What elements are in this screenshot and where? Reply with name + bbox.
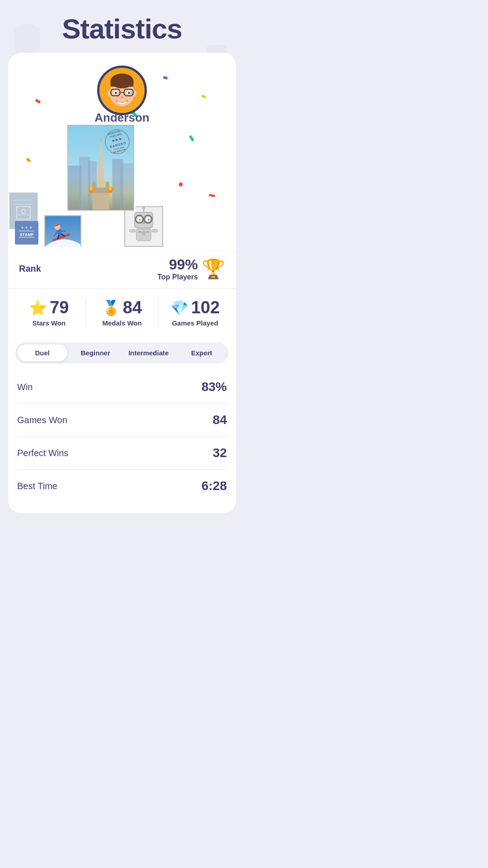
tab-expert[interactable]: Expert: [177, 344, 227, 361]
stats-card: Anderson ★★★: [8, 53, 236, 513]
stat-row-games-won: Games Won 84: [17, 404, 227, 437]
medals-label: Medals Won: [102, 319, 141, 327]
page-title: Statistics: [0, 0, 244, 53]
medals-count: 84: [123, 298, 142, 317]
top-players-text: 99% Top Players: [157, 256, 198, 281]
blue-ticket-stamp: ★ ★ ★ STAMP: [15, 221, 38, 245]
stat-key-best-time: Best Time: [17, 481, 57, 491]
games-icon: 💎: [170, 299, 188, 316]
stats-table: Win 83% Games Won 84 Perfect Wins 32 Bes…: [8, 371, 236, 513]
stat-key-games-won: Games Won: [17, 415, 67, 425]
stats-row: ⭐ 79 Stars Won 🏅 84 Medals Won 💎 102 Gam…: [8, 288, 236, 336]
stat-medals: 🏅 84 Medals Won: [86, 298, 159, 327]
svg-point-65: [142, 207, 145, 210]
avatar-wrapper: [8, 53, 236, 115]
player-name-wrapper: Anderson: [8, 111, 236, 125]
tab-beginner[interactable]: Beginner: [71, 344, 121, 361]
tab-duel[interactable]: Duel: [18, 344, 67, 361]
svg-point-45: [92, 181, 96, 185]
stat-medals-top: 🏅 84: [102, 298, 142, 317]
rank-label: Rank: [19, 264, 41, 274]
robot-stamp: [123, 206, 164, 247]
svg-rect-68: [138, 231, 142, 232]
svg-point-20: [128, 92, 130, 94]
svg-point-19: [115, 92, 117, 94]
stamps-area: ★★★: [8, 125, 236, 247]
tabs-section: Duel Beginner Intermediate Expert: [8, 336, 236, 363]
svg-point-42: [109, 186, 112, 191]
stat-val-best-time: 6:28: [202, 479, 227, 493]
stat-row-best-time: Best Time 6:28: [17, 470, 227, 502]
svg-point-46: [106, 181, 109, 185]
profile-section: Anderson ★★★: [8, 53, 236, 288]
stat-games-top: 💎 102: [170, 298, 220, 317]
tab-intermediate[interactable]: Intermediate: [124, 344, 174, 361]
svg-point-40: [90, 186, 93, 191]
stat-stars-top: ⭐ 79: [29, 298, 69, 317]
svg-rect-92: [19, 237, 34, 238]
top-label: Top Players: [157, 273, 198, 281]
games-count: 102: [191, 298, 220, 317]
svg-point-61: [139, 219, 141, 221]
stat-row-perfect-wins: Perfect Wins 32: [17, 437, 227, 470]
main-stamp: BANGKOK · THAILAND ★★★ BANGKO THAILAND B…: [66, 125, 136, 211]
svg-text:STAMP: STAMP: [20, 232, 34, 237]
stars-label: Stars Won: [32, 319, 66, 327]
tabs-row: Duel Beginner Intermediate Expert: [15, 342, 229, 363]
svg-rect-69: [146, 231, 150, 232]
stat-val-games-won: 84: [213, 413, 227, 427]
stat-val-perfect-wins: 32: [213, 446, 227, 460]
rank-section: Rank 99% Top Players 🏆: [8, 250, 236, 288]
svg-rect-70: [130, 230, 136, 232]
stat-games: 💎 102 Games Played: [159, 298, 231, 327]
stat-key-win: Win: [17, 382, 33, 392]
svg-point-67: [142, 231, 146, 236]
snowboard-stamp: [43, 215, 83, 247]
medal-icon: 🏅: [102, 299, 120, 316]
stat-key-perfect-wins: Perfect Wins: [17, 448, 68, 458]
svg-rect-71: [152, 230, 158, 232]
top-percent: 99%: [157, 256, 198, 273]
svg-rect-90: [19, 231, 34, 231]
stars-count: 79: [50, 298, 69, 317]
svg-rect-34: [120, 163, 133, 209]
stat-row-win: Win 83%: [17, 371, 227, 404]
svg-point-62: [148, 219, 150, 221]
trophy-icon: 🏆: [202, 258, 225, 280]
player-name: Anderson: [94, 111, 149, 124]
star-icon: ⭐: [29, 299, 47, 316]
svg-rect-63: [142, 222, 145, 224]
stat-stars: ⭐ 79 Stars Won: [13, 298, 86, 327]
top-players: 99% Top Players 🏆: [157, 256, 225, 281]
svg-rect-11: [111, 80, 134, 87]
svg-point-21: [120, 96, 123, 99]
svg-text:★ ★ ★: ★ ★ ★: [21, 226, 32, 230]
games-label: Games Played: [172, 319, 218, 327]
avatar: [97, 66, 147, 115]
stat-val-win: 83%: [202, 380, 227, 394]
